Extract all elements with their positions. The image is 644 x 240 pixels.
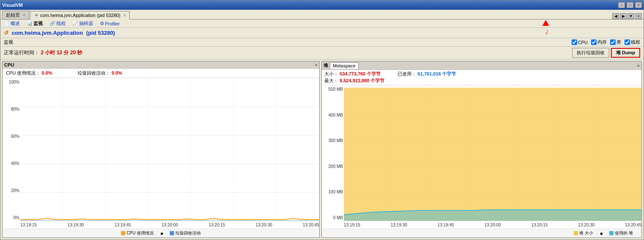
cpu-panel-title-bar: CPU × bbox=[3, 61, 319, 69]
heap-max-value: 8,524,922,880 个字节 bbox=[340, 78, 384, 83]
tab-start-close[interactable]: × bbox=[23, 13, 25, 17]
class-checkbox[interactable] bbox=[610, 39, 616, 45]
heap-stats-row1: 大小： 534,773,760 个字节 已使用： 61,761,016 个字节 bbox=[324, 71, 639, 77]
uptime-value: 2 小时 12 分 20 秒 bbox=[41, 50, 82, 56]
cpu-x-6: 13:20:45 bbox=[303, 223, 319, 227]
heap-stats-section: 大小： 534,773,760 个字节 已使用： 61,761,016 个字节 … bbox=[322, 70, 641, 85]
heap-x-5: 13:20:30 bbox=[578, 223, 594, 227]
monitor-section-label: 监视 bbox=[4, 39, 13, 45]
heap-x-axis: 13:19:15 13:19:30 13:19:45 13:20:00 13:2… bbox=[344, 221, 641, 229]
cpu-x-axis: 13:19:15 13:19:30 13:19:45 13:20:00 13:2… bbox=[20, 221, 319, 229]
cpu-gc-legend-color bbox=[170, 231, 174, 235]
cpu-y-0: 0% bbox=[3, 215, 19, 220]
cpu-gc-legend-label: 垃圾回收活动 bbox=[175, 230, 201, 236]
heap-chart-area: 500 MB 400 MB 300 MB 200 MB 100 MB 0 MB bbox=[322, 85, 641, 229]
app-title-icon: ↺ bbox=[4, 30, 8, 36]
heap-y-100: 100 MB bbox=[323, 190, 343, 194]
heap-y-200: 200 MB bbox=[323, 164, 343, 169]
threads-icon: 🔗 bbox=[50, 21, 55, 26]
cpu-y-80: 80% bbox=[3, 107, 19, 112]
nav-menu-button[interactable]: ▼ bbox=[627, 13, 634, 19]
maximize-button[interactable]: □ bbox=[627, 2, 633, 8]
heap-x-1: 13:19:30 bbox=[391, 223, 407, 227]
tab-app-label: com.heima.jvm.Application (pid 53280) bbox=[40, 13, 121, 18]
cpu-gc-label: 垃圾回收活动： bbox=[77, 70, 110, 75]
main-window: VisualVM − □ × 起始页 × ☕ com.heima.jvm.App… bbox=[0, 0, 644, 240]
tab-bar: 起始页 × ☕ com.heima.jvm.Application (pid 5… bbox=[0, 10, 644, 20]
heap-chart-svg-container: 13:19:15 13:19:30 13:19:45 13:20:00 13:2… bbox=[344, 85, 641, 229]
svg-marker-24 bbox=[344, 88, 641, 221]
heap-x-0: 13:19:15 bbox=[344, 223, 360, 227]
profiler-icon: ⚙ bbox=[100, 21, 104, 26]
heap-size-legend: 堆 大小 bbox=[574, 230, 593, 236]
app-pid-text: (pid 53280) bbox=[86, 30, 115, 36]
cpu-checkbox-label: CPU bbox=[578, 40, 588, 45]
cpu-chart-svg-container: 13:19:15 13:19:30 13:19:45 13:20:00 13:2… bbox=[20, 78, 319, 229]
minimize-button[interactable]: − bbox=[618, 2, 625, 8]
nav-threads-label: 线程 bbox=[56, 20, 66, 27]
thread-checkbox-label: 线程 bbox=[631, 39, 640, 45]
arrow-head bbox=[542, 20, 549, 26]
class-checkbox-item[interactable]: 类 bbox=[610, 39, 621, 45]
cpu-checkbox[interactable] bbox=[572, 39, 577, 45]
nav-sampler[interactable]: 📈 抽样器 bbox=[72, 20, 93, 27]
heap-used-legend: 使用的 堆 bbox=[609, 230, 633, 236]
close-button[interactable]: × bbox=[635, 2, 642, 8]
nav-profiler-label: Profiler bbox=[105, 21, 120, 26]
charts-area: CPU × CPU 使用情况： 0.0% 垃圾回收活动： 0.0% 100% bbox=[0, 59, 644, 240]
cpu-y-20: 20% bbox=[3, 188, 19, 193]
cpu-usage-legend-color bbox=[121, 231, 125, 235]
nav-fwd-button[interactable]: ▶ bbox=[620, 13, 627, 19]
class-checkbox-label: 类 bbox=[616, 39, 621, 45]
heap-y-500: 500 MB bbox=[323, 87, 343, 92]
monitor-icon: 📊 bbox=[27, 21, 33, 26]
heap-x-2: 13:19:45 bbox=[437, 223, 454, 227]
nav-monitor[interactable]: 📊 监视 bbox=[27, 20, 43, 27]
tab-app-close[interactable]: × bbox=[123, 13, 126, 18]
cpu-panel-close[interactable]: × bbox=[315, 62, 318, 67]
action-buttons: 执行垃圾回收 堆 Dump bbox=[572, 48, 640, 58]
heap-max-label: 最大： bbox=[324, 78, 338, 83]
app-tab-icon: ☕ bbox=[34, 13, 39, 18]
cpu-usage-label: CPU 使用情况： bbox=[6, 70, 40, 75]
gc-button[interactable]: 执行垃圾回收 bbox=[572, 48, 609, 58]
cpu-gc-value: 0.0% bbox=[111, 70, 122, 75]
uptime-label: 正常运行时间： bbox=[4, 50, 39, 56]
thread-checkbox[interactable] bbox=[625, 39, 630, 45]
heap-panel-close[interactable]: × bbox=[637, 63, 640, 68]
nav-overview-label: 概述 bbox=[11, 20, 20, 27]
heap-panel-tab[interactable]: Metaspace bbox=[330, 62, 359, 69]
cpu-y-40: 40% bbox=[3, 161, 19, 166]
title-bar-text: VisualVM bbox=[2, 3, 616, 8]
thread-checkbox-item[interactable]: 线程 bbox=[625, 39, 640, 45]
nav-x-button[interactable]: × bbox=[635, 13, 642, 19]
heap-y-0: 0 MB bbox=[323, 215, 343, 220]
heap-chart-svg bbox=[344, 85, 641, 221]
heap-legend: 堆 大小 ■ 使用的 堆 bbox=[322, 229, 641, 237]
memory-checkbox-item[interactable]: 内存 bbox=[591, 39, 607, 45]
tab-start[interactable]: 起始页 × bbox=[2, 11, 29, 19]
heap-used-legend-label: 使用的 堆 bbox=[615, 230, 633, 236]
cpu-stats-row: CPU 使用情况： 0.0% 垃圾回收活动： 0.0% bbox=[3, 69, 319, 78]
cpu-checkbox-item[interactable]: CPU bbox=[572, 39, 588, 45]
heap-legend-separator: ■ bbox=[600, 231, 603, 236]
heap-size-legend-color bbox=[574, 231, 578, 235]
heap-dump-button[interactable]: 堆 Dump bbox=[611, 48, 640, 58]
heap-x-6: 13:20:45 bbox=[625, 223, 641, 227]
tab-start-label: 起始页 bbox=[6, 12, 20, 18]
nav-threads[interactable]: 🔗 线程 bbox=[50, 20, 66, 27]
cpu-usage-stat: CPU 使用情况： 0.0% bbox=[6, 70, 52, 76]
tab-app[interactable]: ☕ com.heima.jvm.Application (pid 53280) … bbox=[30, 11, 130, 20]
nav-overview[interactable]: 📄 概述 bbox=[4, 20, 20, 27]
cpu-x-0: 13:19:15 bbox=[20, 223, 37, 227]
heap-chart-panel: 堆 Metaspace × 大小： 534,773,760 个字节 已使用： 6… bbox=[321, 61, 642, 238]
nav-profiler[interactable]: ⚙ Profiler bbox=[100, 21, 120, 26]
memory-checkbox[interactable] bbox=[591, 39, 597, 45]
nav-back-button[interactable]: ◀ bbox=[612, 13, 619, 19]
cpu-y-60: 60% bbox=[3, 134, 19, 139]
cpu-x-2: 13:19:45 bbox=[114, 223, 131, 227]
cpu-chart-panel: CPU × CPU 使用情况： 0.0% 垃圾回收活动： 0.0% 100% bbox=[2, 61, 320, 238]
cpu-chart-area: 100% 80% 60% 40% 20% 0% bbox=[3, 78, 319, 229]
cpu-gc-stat: 垃圾回收活动： 0.0% bbox=[77, 70, 122, 76]
heap-panel-title-row: 堆 Metaspace bbox=[323, 62, 359, 69]
